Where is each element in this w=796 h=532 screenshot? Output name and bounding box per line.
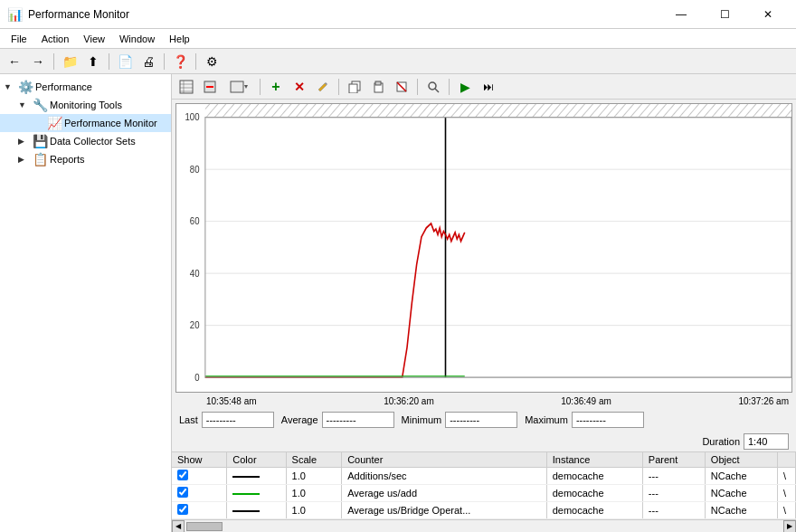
duration-row: Duration 1:40 bbox=[172, 432, 796, 451]
icon-pm: 📈 bbox=[47, 116, 62, 130]
svg-rect-10 bbox=[349, 84, 357, 93]
row-instance: democache bbox=[546, 468, 642, 485]
scrollbar-track[interactable] bbox=[185, 520, 783, 533]
pm-highlight-button[interactable] bbox=[199, 77, 221, 97]
minimize-button[interactable]: — bbox=[660, 2, 702, 27]
stat-average: Average --------- bbox=[281, 412, 394, 428]
scrollbar-thumb[interactable] bbox=[186, 522, 223, 531]
menu-view[interactable]: View bbox=[76, 32, 112, 46]
toolbar-sep-4 bbox=[195, 53, 196, 70]
tree-item-performance-monitor[interactable]: 📈 Performance Monitor bbox=[0, 114, 171, 132]
x-label-1: 10:35:48 am bbox=[206, 396, 257, 406]
pm-end-button[interactable]: ⏭ bbox=[478, 77, 499, 97]
icon-monitoring-tools: 🔧 bbox=[33, 98, 47, 112]
scroll-left-arrow[interactable]: ◀ bbox=[172, 520, 185, 533]
chart-container: 100 80 60 40 20 0 bbox=[175, 103, 792, 393]
expand-performance: ▼ bbox=[4, 82, 18, 91]
row-counter: Average us/add bbox=[342, 485, 547, 502]
row-parent: --- bbox=[642, 485, 705, 502]
expand-dc: ▶ bbox=[18, 137, 33, 146]
pm-add-button[interactable]: + bbox=[265, 77, 287, 97]
menu-action[interactable]: Action bbox=[34, 32, 77, 46]
row-show-checkbox[interactable] bbox=[177, 487, 188, 498]
stat-maximum-value: --------- bbox=[572, 412, 644, 428]
stat-minimum-value: --------- bbox=[445, 412, 517, 428]
pm-play-button[interactable]: ▶ bbox=[454, 77, 476, 97]
pm-copy-button[interactable] bbox=[344, 77, 365, 97]
menu-file[interactable]: File bbox=[4, 32, 34, 46]
duration-value: 1:40 bbox=[744, 433, 789, 450]
help-button[interactable]: ❓ bbox=[169, 52, 191, 71]
properties-button[interactable]: ⚙ bbox=[201, 52, 223, 71]
title-bar: 📊 Performance Monitor — ☐ ✕ bbox=[0, 0, 796, 29]
pm-delete-button[interactable]: ✕ bbox=[289, 77, 310, 97]
row-object: NCache bbox=[705, 502, 777, 519]
pm-toolbar: + ✕ bbox=[172, 74, 796, 100]
label-reports: Reports bbox=[50, 154, 85, 165]
col-show: Show bbox=[172, 452, 227, 468]
pm-edit-button[interactable] bbox=[312, 77, 334, 97]
forward-button[interactable]: → bbox=[27, 52, 49, 71]
pm-dropdown-button[interactable] bbox=[223, 77, 255, 97]
row-counter: Average us/Bridge Operat... bbox=[342, 502, 547, 519]
close-button[interactable]: ✕ bbox=[747, 2, 789, 27]
table-row[interactable]: 1.0Average us/adddemocache---NCache\ bbox=[172, 485, 796, 502]
table-row[interactable]: 1.0Additions/secdemocache---NCache\ bbox=[172, 468, 796, 485]
stat-average-label: Average bbox=[281, 414, 318, 425]
menu-window[interactable]: Window bbox=[112, 32, 162, 46]
color-swatch bbox=[232, 476, 260, 478]
back-button[interactable]: ← bbox=[4, 52, 25, 71]
scroll-right-arrow[interactable]: ▶ bbox=[783, 520, 796, 533]
pm-view-button[interactable] bbox=[175, 77, 197, 97]
stat-last-label: Last bbox=[179, 414, 198, 425]
menu-help[interactable]: Help bbox=[162, 32, 197, 46]
row-extra: \ bbox=[778, 485, 796, 502]
row-extra: \ bbox=[778, 502, 796, 519]
row-parent: --- bbox=[642, 502, 705, 519]
row-instance: democache bbox=[546, 485, 642, 502]
toolbar-sep-1 bbox=[53, 53, 54, 70]
print-button[interactable]: 🖨 bbox=[137, 52, 159, 71]
maximize-button[interactable]: ☐ bbox=[704, 2, 745, 27]
svg-line-16 bbox=[435, 89, 439, 92]
col-extra bbox=[778, 452, 796, 468]
browse-button[interactable]: 📁 bbox=[59, 52, 81, 71]
title-bar-left: 📊 Performance Monitor bbox=[7, 7, 129, 22]
tree-item-data-collector[interactable]: ▶ 💾 Data Collector Sets bbox=[0, 132, 171, 150]
pm-clear-button[interactable] bbox=[391, 77, 412, 97]
stats-row: Last --------- Average --------- Minimum… bbox=[172, 408, 796, 432]
tree-item-monitoring-tools[interactable]: ▼ 🔧 Monitoring Tools bbox=[0, 96, 171, 114]
tree-item-reports[interactable]: ▶ 📋 Reports bbox=[0, 150, 171, 168]
folder-up-button[interactable]: ⬆ bbox=[82, 52, 104, 71]
col-instance: Instance bbox=[546, 452, 642, 468]
pm-paste-button[interactable] bbox=[367, 77, 389, 97]
new-button[interactable]: 📄 bbox=[114, 52, 136, 71]
col-scale: Scale bbox=[286, 452, 342, 468]
pm-sep-4 bbox=[449, 79, 450, 95]
col-color: Color bbox=[227, 452, 286, 468]
pm-zoom-button[interactable] bbox=[422, 77, 444, 97]
app-icon: 📊 bbox=[7, 7, 23, 22]
toolbar-sep-3 bbox=[164, 53, 165, 70]
x-label-3: 10:36:49 am bbox=[561, 396, 611, 406]
svg-text:0: 0 bbox=[194, 372, 200, 383]
table-row[interactable]: 1.0Average us/Bridge Operat...democache-… bbox=[172, 502, 796, 519]
icon-performance: ⚙️ bbox=[18, 80, 33, 94]
row-instance: democache bbox=[546, 502, 642, 519]
row-scale: 1.0 bbox=[286, 485, 342, 502]
color-swatch bbox=[232, 510, 260, 512]
title-bar-controls: — ☐ ✕ bbox=[660, 2, 789, 27]
pm-sep-2 bbox=[338, 79, 339, 95]
row-show-checkbox[interactable] bbox=[177, 470, 188, 480]
row-show-checkbox[interactable] bbox=[177, 504, 188, 515]
counter-table-body: 1.0Additions/secdemocache---NCache\1.0Av… bbox=[172, 468, 796, 519]
expand-reports: ▶ bbox=[18, 155, 33, 164]
right-panel: + ✕ bbox=[172, 74, 796, 532]
stat-maximum: Maximum --------- bbox=[525, 412, 644, 428]
tree-item-performance[interactable]: ▼ ⚙️ Performance bbox=[0, 78, 171, 96]
main-toolbar: ← → 📁 ⬆ 📄 🖨 ❓ ⚙ bbox=[0, 49, 796, 74]
svg-text:20: 20 bbox=[190, 320, 200, 331]
performance-chart: 100 80 60 40 20 0 bbox=[176, 104, 791, 392]
row-object: NCache bbox=[705, 468, 777, 485]
expand-monitoring-tools: ▼ bbox=[18, 100, 33, 109]
